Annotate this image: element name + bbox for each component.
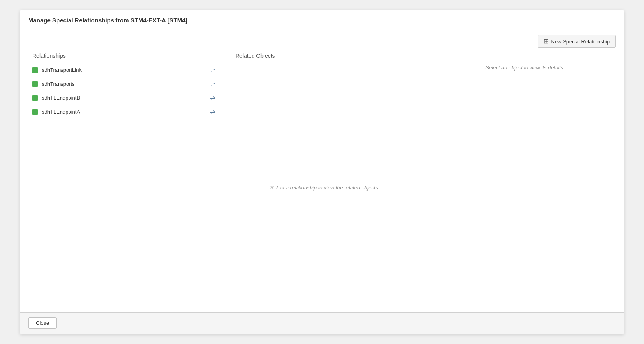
relationship-action-icon-2[interactable]: ⇌ [210,80,215,88]
relationship-action-icon-3[interactable]: ⇌ [210,94,215,102]
relationship-item-left-4: sdhTLEndpointA [32,109,80,115]
relationship-item-left-3: sdhTLEndpointB [32,95,80,101]
relationship-name-3: sdhTLEndpointB [42,95,80,101]
relationship-item[interactable]: sdhTLEndpointA ⇌ [24,105,219,119]
related-objects-header: Related Objects [231,53,417,63]
close-button[interactable]: Close [28,317,57,329]
relationship-item-left-1: sdhTransportLink [32,67,82,73]
relationship-item-left-2: sdhTransports [32,81,75,87]
manage-relationships-dialog: Manage Special Relationships from STM4-E… [20,10,624,334]
related-objects-panel: Related Objects Select a relationship to… [223,53,425,312]
toolbar: ⊞ New Special Relationship [20,30,624,53]
relationship-color-indicator-4 [32,109,38,115]
select-object-message: Select an object to view its details [485,65,563,71]
details-panel: Select an object to view its details [425,53,624,312]
related-objects-body: Select a relationship to view the relate… [231,63,417,312]
dialog-title: Manage Special Relationships from STM4-E… [28,17,188,24]
relationship-item[interactable]: sdhTransportLink ⇌ [24,63,219,77]
dialog-header: Manage Special Relationships from STM4-E… [20,10,624,30]
dialog-footer: Close [20,312,624,334]
relationship-action-icon-1[interactable]: ⇌ [210,66,215,74]
relationship-color-indicator-3 [32,95,38,101]
relationship-list: sdhTransportLink ⇌ sdhTransports ⇌ [20,63,223,312]
select-relationship-message: Select a relationship to view the relate… [270,185,378,191]
plus-icon: ⊞ [544,38,549,45]
relationship-action-icon-4[interactable]: ⇌ [210,108,215,116]
relationship-item[interactable]: sdhTLEndpointB ⇌ [24,91,219,105]
dialog-body: ⊞ New Special Relationship Relationships… [20,30,624,312]
relationship-name-4: sdhTLEndpointA [42,109,80,115]
content-area: Relationships sdhTransportLink ⇌ sdhTran… [20,53,624,312]
relationship-name-1: sdhTransportLink [42,67,82,73]
relationship-color-indicator-2 [32,81,38,87]
new-relationship-label: New Special Relationship [551,39,610,45]
relationship-color-indicator-1 [32,67,38,73]
relationships-panel: Relationships sdhTransportLink ⇌ sdhTran… [20,53,223,312]
relationship-item[interactable]: sdhTransports ⇌ [24,77,219,91]
relationships-panel-header: Relationships [20,53,223,63]
relationship-name-2: sdhTransports [42,81,75,87]
new-special-relationship-button[interactable]: ⊞ New Special Relationship [538,35,616,48]
